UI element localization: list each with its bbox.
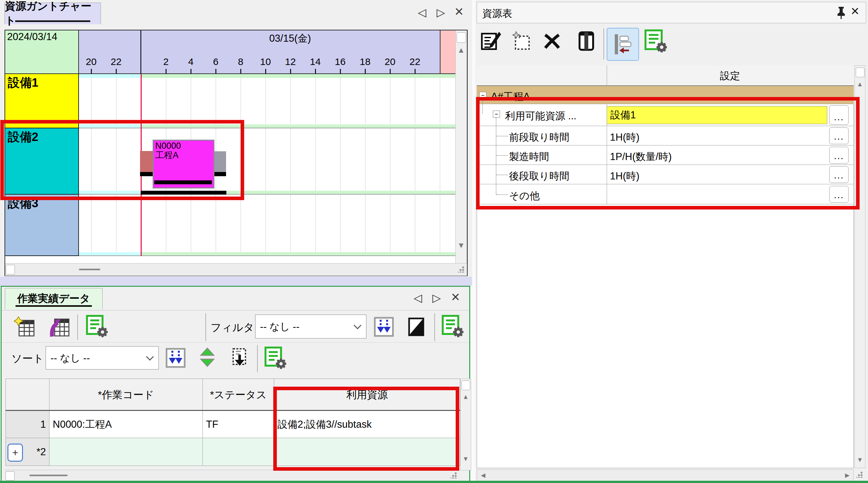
scroll-right-icon[interactable]: ▶ (842, 471, 852, 480)
cell-status[interactable]: TF (203, 411, 274, 438)
resource-vertical-scrollbar[interactable]: ▲ ▼ (855, 65, 865, 468)
table-horizontal-scrollbar[interactable] (5, 470, 460, 481)
resize-grip-icon[interactable] (458, 266, 464, 272)
scroll-down-icon[interactable]: ▼ (855, 455, 865, 464)
pre-setup-time-value[interactable]: 1H(時) (610, 131, 639, 144)
tab-resource-gantt-chart[interactable]: 資源ガントチャート (4, 3, 101, 24)
post-setup-time-value[interactable]: 1H(時) (610, 169, 639, 183)
new-table-row-icon[interactable] (14, 317, 35, 338)
panel-title-bar[interactable]: 資源表 × (477, 2, 866, 23)
scrollbar-handle[interactable] (6, 265, 15, 275)
resource-row-header-2[interactable]: 設備2 (5, 128, 79, 195)
task-setup-underbar (140, 172, 153, 176)
scrollbar-thumb[interactable] (79, 269, 100, 270)
close-panel-icon[interactable]: × (851, 3, 859, 19)
prev-tab-icon[interactable]: ◁ (414, 291, 422, 304)
resize-grip-icon[interactable] (451, 472, 457, 479)
resource-horizontal-scrollbar[interactable]: ◀ ▶ (477, 470, 854, 481)
other-browse-button[interactable]: ... (829, 186, 848, 203)
row-header[interactable]: + *2 (5, 438, 50, 466)
tree-display-toggle[interactable] (607, 28, 639, 61)
next-tab-icon[interactable]: ▷ (437, 6, 445, 19)
tree-label-process-a: A#工程A (491, 90, 530, 103)
column-header-used-resource[interactable]: 利用資源 (274, 379, 460, 411)
production-time-value[interactable]: 1P/H(数量/時) (610, 150, 672, 164)
cell-work-code[interactable]: N0000:工程A (50, 411, 203, 438)
new-object-icon[interactable] (512, 31, 532, 51)
tab-work-result-data[interactable]: 作業実績データ (5, 288, 102, 309)
sort-settings-icon[interactable] (263, 346, 287, 371)
scroll-up-icon[interactable]: ▲ (456, 44, 467, 56)
task-setup-block[interactable] (140, 151, 153, 172)
settings-column-header[interactable]: 設定 (607, 69, 853, 83)
task-progress-bar (154, 181, 212, 184)
column-display-icon[interactable] (576, 30, 596, 52)
scroll-up-icon[interactable]: ▲ (855, 79, 865, 89)
delete-icon[interactable] (542, 32, 561, 51)
tree-label-production-time: 製造時間 (509, 150, 549, 164)
output-rows-icon[interactable] (230, 348, 250, 367)
close-panel-icon[interactable]: × (451, 288, 460, 305)
resource-row-header-3[interactable]: 設備3 (5, 195, 79, 256)
property-settings-icon[interactable] (643, 29, 668, 54)
table-settings-icon[interactable] (84, 315, 109, 339)
expand-row-icon[interactable]: + (7, 444, 23, 462)
apply-sort-icon[interactable] (165, 348, 186, 368)
column-header-work-code[interactable]: *作業コード (50, 379, 203, 411)
edit-cell-icon[interactable] (480, 30, 501, 52)
next-tab-icon[interactable]: ▷ (432, 291, 441, 304)
gantt-time-header[interactable]: 03/15(金) 20 22 2 4 6 8 10 12 14 16 18 20… (79, 30, 455, 74)
sort-direction-icon[interactable] (197, 347, 218, 367)
sort-label: ソート (11, 351, 44, 366)
filter-settings-icon[interactable] (440, 315, 465, 339)
gantt-date-cell-left[interactable]: 2024/03/14 (5, 30, 79, 74)
gantt-horizontal-scrollbar[interactable] (5, 263, 467, 276)
scrollbar-handle[interactable] (5, 471, 14, 480)
chevron-down-icon (353, 321, 361, 329)
close-panel-icon[interactable]: × (455, 3, 463, 20)
available-resource-value-cell[interactable]: 設備1 (607, 106, 827, 124)
cell-work-code[interactable] (50, 438, 203, 466)
invert-filter-icon[interactable] (406, 317, 426, 336)
cell-status[interactable] (203, 438, 274, 466)
tree-label-pre-setup-time: 前段取り時間 (509, 131, 569, 144)
scrollbar-thumb[interactable] (29, 475, 68, 476)
task-duration-bar (141, 191, 226, 195)
scroll-down-icon[interactable]: ▼ (456, 240, 467, 251)
cell-used-resource[interactable] (274, 438, 460, 466)
pin-icon[interactable] (834, 5, 848, 20)
scrollbar-handle[interactable] (457, 32, 466, 43)
task-teardown-block[interactable] (214, 151, 226, 172)
collapse-icon[interactable]: − (479, 92, 486, 99)
panel-splitter[interactable] (0, 277, 472, 286)
settings-header-row: 設定 (477, 65, 854, 86)
production-browse-button[interactable]: ... (829, 147, 848, 164)
resize-grip-icon[interactable] (856, 471, 863, 478)
available-resource-browse-button[interactable]: ... (829, 105, 848, 125)
column-header-status[interactable]: *ステータス (203, 379, 274, 411)
filter-dropdown[interactable]: -- なし -- (255, 315, 366, 339)
tree-row-process-a[interactable] (477, 86, 854, 104)
cell-used-resource[interactable]: 設備2;設備3//subtask (274, 411, 460, 438)
task-main-block[interactable]: N0000 工程A (153, 140, 214, 189)
post-setup-browse-button[interactable]: ... (829, 166, 848, 183)
import-table-icon[interactable] (49, 317, 70, 338)
row-header[interactable]: 1 (5, 411, 50, 438)
sort-dropdown[interactable]: -- なし -- (45, 346, 159, 369)
table-vertical-scrollbar[interactable]: ▲ ▼ (460, 379, 471, 471)
resource-row-header-1[interactable]: 設備1 (5, 74, 79, 128)
scroll-left-icon[interactable]: ◀ (478, 471, 488, 480)
scrollbar-handle[interactable] (462, 381, 470, 390)
prev-tab-icon[interactable]: ◁ (418, 6, 426, 19)
scroll-down-icon[interactable]: ▼ (461, 454, 471, 463)
filter-label: フィルタ (211, 320, 254, 335)
apply-filter-icon[interactable] (374, 317, 394, 337)
scroll-up-icon[interactable]: ▲ (461, 392, 471, 401)
scrollbar-handle[interactable] (856, 68, 864, 77)
gantt-vertical-scrollbar[interactable]: ▲ ▼ (455, 30, 467, 263)
pre-setup-browse-button[interactable]: ... (829, 127, 848, 144)
time-label: 6 (205, 56, 226, 67)
resource-name: 設備1 (8, 76, 38, 89)
collapse-icon[interactable]: − (493, 110, 500, 118)
work-data-panel: 作業実績データ ◁ ▷ × フィルタ -- なし -- (1, 286, 470, 482)
